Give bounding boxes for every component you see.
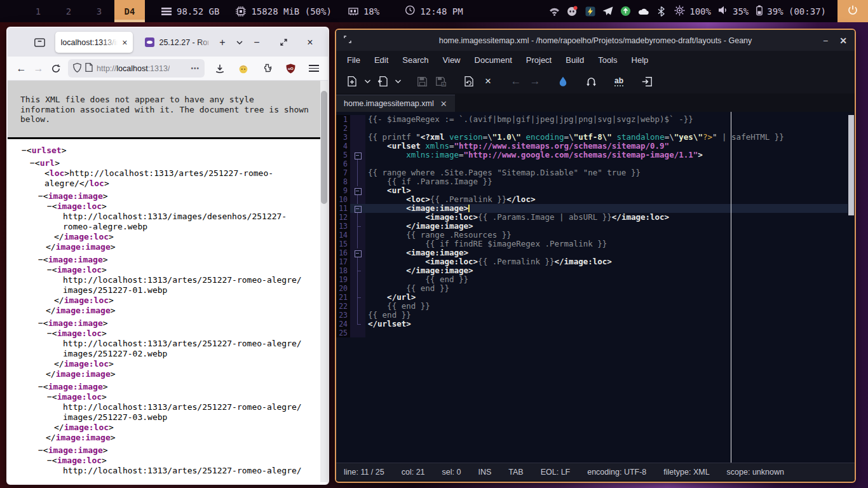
collapse-toggle[interactable]: − [38, 382, 43, 391]
fold-toggle-icon[interactable] [350, 151, 365, 159]
line-number[interactable]: 23 [336, 311, 350, 320]
tab-close-icon[interactable]: ✕ [440, 99, 447, 109]
window-restore-icon[interactable] [344, 36, 351, 45]
fold-toggle-icon[interactable] [350, 248, 365, 257]
line-number[interactable]: 1 [336, 115, 350, 124]
replace-button[interactable]: ab [609, 72, 628, 90]
downloads-button[interactable] [211, 60, 229, 78]
menu-document[interactable]: Document [469, 53, 518, 67]
tab-discord[interactable]: 25.12.27 - Rome [139, 32, 214, 53]
new-document-dropdown-icon[interactable] [362, 72, 373, 90]
workspace-D4[interactable]: D4 [114, 0, 145, 22]
line-number[interactable]: 21 [336, 293, 350, 302]
close-button[interactable]: × [301, 34, 319, 51]
line-number[interactable]: 5 [336, 151, 350, 159]
workspace-2[interactable]: 2 [53, 0, 84, 22]
menu-hamburger-icon[interactable] [305, 60, 323, 78]
collapse-toggle[interactable]: − [47, 265, 52, 274]
list-tabs-chevron-icon[interactable] [231, 34, 248, 51]
collapse-toggle[interactable]: − [30, 158, 35, 168]
terminal-icon[interactable] [585, 6, 595, 17]
collapse-toggle[interactable]: − [47, 456, 52, 465]
line-number[interactable]: 8 [336, 177, 350, 186]
geany-title-bar[interactable]: home.imagessitemap.xml - /home/rapoelho/… [336, 30, 855, 51]
extension-monkey-icon[interactable] [234, 60, 252, 78]
close-document-button[interactable]: × [478, 72, 498, 90]
url-bar[interactable]: http://localhost:1313/ ••• [68, 59, 205, 78]
line-number[interactable]: 16 [336, 248, 350, 257]
volume-widget[interactable]: 35% [719, 6, 749, 17]
save-all-button[interactable]: A [431, 72, 451, 90]
shield-icon[interactable] [73, 63, 81, 74]
collapse-toggle[interactable]: − [38, 318, 43, 328]
line-number[interactable]: 9 [336, 186, 350, 195]
telegram-icon[interactable] [602, 6, 613, 17]
page-actions-icon[interactable]: ••• [191, 65, 200, 72]
fold-toggle-icon[interactable] [350, 204, 365, 213]
line-number[interactable]: 17 [336, 257, 350, 266]
line-number[interactable]: 10 [336, 195, 350, 204]
save-button[interactable] [412, 72, 431, 90]
collapse-toggle[interactable]: − [22, 146, 27, 155]
minimize-button[interactable]: − [823, 36, 828, 46]
open-document-dropdown-icon[interactable] [392, 72, 403, 90]
power-button[interactable] [837, 0, 868, 22]
goto-line-button[interactable] [581, 72, 600, 90]
wifi-icon[interactable] [549, 6, 560, 17]
menu-edit[interactable]: Edit [369, 53, 394, 67]
color-chooser-button[interactable] [553, 72, 573, 90]
tab-localhost-sitemap[interactable]: localhost:1313/im × [55, 32, 133, 53]
menu-tools[interactable]: Tools [592, 53, 623, 67]
bird-update-icon[interactable] [620, 6, 631, 17]
collapse-toggle[interactable]: − [47, 201, 52, 211]
line-number[interactable]: 11 [336, 204, 350, 213]
revert-button[interactable] [459, 72, 478, 90]
ublock-origin-icon[interactable]: uO [281, 60, 299, 78]
editor-scrollbar[interactable] [848, 114, 855, 463]
line-number[interactable]: 20 [336, 284, 350, 293]
line-number[interactable]: 13 [336, 222, 350, 231]
line-number[interactable]: 14 [336, 231, 350, 240]
line-number[interactable]: 18 [336, 266, 350, 275]
firefox-scrollbar[interactable] [320, 81, 328, 482]
bluetooth-icon[interactable] [656, 6, 667, 17]
discord-icon[interactable] [567, 6, 578, 17]
menu-view[interactable]: View [437, 53, 466, 67]
line-number[interactable]: 19 [336, 275, 350, 284]
code-editor[interactable]: 1{{- $imageRegex := `.(avif|bmp|gif|jpeg… [336, 112, 855, 463]
collapse-toggle[interactable]: − [47, 392, 52, 402]
firefox-view-icon[interactable] [31, 33, 49, 52]
workspace-3[interactable]: 3 [84, 0, 114, 22]
close-button[interactable]: ✕ [839, 36, 847, 46]
line-number[interactable]: 22 [336, 302, 350, 311]
forward-button[interactable]: → [30, 60, 47, 78]
line-number[interactable]: 3 [336, 133, 350, 142]
new-document-button[interactable] [342, 72, 362, 90]
line-number[interactable]: 2 [336, 124, 350, 133]
minimize-button[interactable]: − [248, 34, 266, 51]
line-number[interactable]: 25 [336, 329, 350, 337]
collapse-toggle[interactable]: − [38, 191, 43, 201]
line-number[interactable]: 6 [336, 159, 350, 168]
restore-button[interactable] [275, 34, 292, 51]
navigate-forward-button[interactable]: → [526, 72, 545, 90]
navigate-back-button[interactable]: ← [506, 72, 526, 90]
collapse-toggle[interactable]: − [47, 329, 52, 338]
line-number[interactable]: 7 [336, 168, 350, 177]
reload-button[interactable] [47, 60, 64, 78]
extensions-puzzle-icon[interactable] [258, 60, 276, 78]
collapse-toggle[interactable]: − [38, 255, 43, 264]
collapse-toggle[interactable]: − [38, 445, 43, 455]
line-number[interactable]: 15 [336, 240, 350, 248]
brightness-widget[interactable]: 100% [674, 5, 711, 18]
menu-search[interactable]: Search [397, 53, 434, 67]
fold-toggle-icon[interactable] [350, 186, 365, 195]
workspace-1[interactable]: 1 [23, 0, 53, 22]
line-number[interactable]: 24 [336, 320, 350, 329]
tab-close-icon[interactable]: × [122, 37, 127, 48]
line-number[interactable]: 12 [336, 213, 350, 222]
battery-widget[interactable]: 39% (00:37) [756, 5, 826, 17]
line-number[interactable]: 4 [336, 142, 350, 151]
quit-button[interactable] [637, 72, 656, 90]
new-tab-button[interactable]: + [214, 34, 231, 51]
